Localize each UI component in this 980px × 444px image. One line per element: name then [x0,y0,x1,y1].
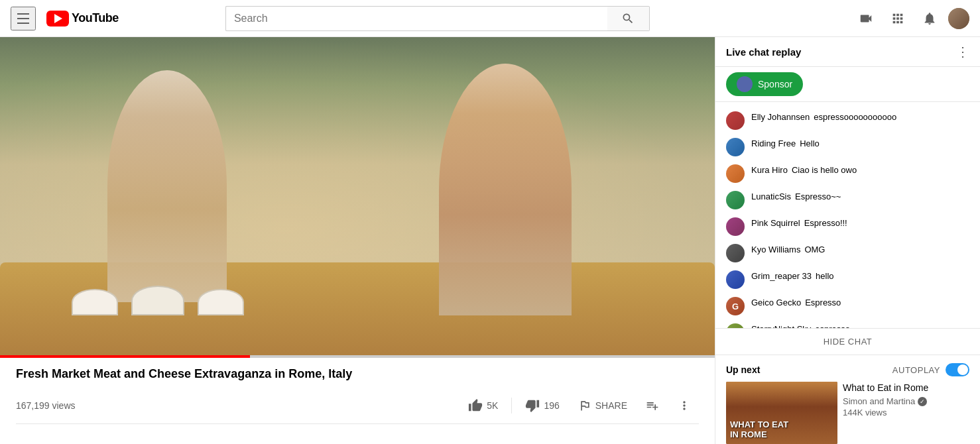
upnext-views: 144K views [843,408,969,417]
msg-content: LunaticSisEspresso~~ [751,191,969,201]
notifications-icon [922,11,937,26]
msg-text: espressooooooooooo [814,112,896,122]
like-button[interactable]: 5K [460,393,506,418]
youtube-logo[interactable]: YouTube [46,11,119,27]
msg-text: OMG [804,245,825,254]
msg-avatar [726,244,745,262]
search-button[interactable] [607,6,650,31]
msg-text: Hello [800,139,820,148]
action-buttons: 5K 196 SHARE [460,393,699,418]
msg-content: Kyo WilliamsOMG [751,244,969,254]
msg-text: Espresso!!! [804,218,847,228]
upnext-thumb-text: WHAT TO EATIN ROME [730,419,788,440]
msg-name: Kyo Williams [751,245,800,254]
chat-message: LunaticSisEspresso~~ [715,187,980,213]
more-options-button[interactable] [670,394,699,417]
upnext-video-title: What to Eat in Rome [843,382,969,394]
msg-avatar [726,270,745,289]
msg-name: Kura Hiro [751,165,788,175]
chat-title: Live chat replay [726,46,801,58]
food-items [72,262,643,315]
msg-avatar [726,138,745,156]
header-right [853,5,969,32]
sponsor-label: Sponsor [758,79,792,89]
add-to-button[interactable] [638,394,667,417]
msg-content: Kura HiroCiao is hello owo [751,164,969,175]
hamburger-menu-button[interactable] [11,7,36,30]
more-options-icon [678,399,691,412]
chat-message: StarryNight Skyespresso [715,319,980,328]
upnext-label: Up next [726,364,760,375]
hide-chat-button[interactable]: HIDE CHAT [715,328,980,355]
share-label: SHARE [595,400,627,411]
progress-bar-fill [0,355,250,358]
upnext-section: Up next AUTOPLAY WHAT TO EATIN ROME What… [715,355,980,444]
share-button[interactable]: SHARE [570,394,635,417]
view-count: 167,199 views [16,400,76,411]
action-divider [511,398,512,414]
chat-message: Kyo WilliamsOMG [715,240,980,266]
header-left: YouTube [11,7,119,30]
msg-avatar [726,217,745,236]
msg-content: Elly Johannsenespressooooooooooo [751,111,969,122]
chat-message: GGeico GeckoEspresso [715,293,980,319]
video-info: Fresh Market Meat and Cheese Extravaganz… [0,358,715,429]
bowl-3 [198,289,244,315]
msg-name: Riding Free [751,139,796,148]
upnext-header: Up next AUTOPLAY [726,363,969,376]
msg-text: Espresso [805,298,841,307]
video-section: Fresh Market Meat and Cheese Extravaganz… [0,37,715,444]
create-video-button[interactable] [853,5,879,32]
bowl-1 [72,289,118,315]
video-title: Fresh Market Meat and Cheese Extravaganz… [16,366,699,382]
chat-messages[interactable]: Elly JohannsenespressoooooooooooRiding F… [715,102,980,328]
video-meta-row: 167,199 views 5K 196 [16,388,699,424]
upnext-thumbnail: WHAT TO EATIN ROME [726,382,837,444]
upnext-video-info: What to Eat in Rome Simon and Martina ✓ … [843,382,969,444]
msg-avatar [726,164,745,183]
autoplay-toggle[interactable] [946,363,969,376]
video-thumbnail[interactable] [0,37,715,355]
search-icon [621,12,635,25]
add-to-icon [646,399,659,412]
msg-name: Geico Gecko [751,298,801,307]
chat-message: Grim_reaper 33hello [715,266,980,293]
chat-message: Kura HiroCiao is hello owo [715,160,980,187]
dislike-button[interactable]: 196 [517,393,567,418]
like-count: 5K [487,400,498,411]
apps-icon [890,11,905,26]
sponsor-button[interactable]: Sponsor [726,72,803,96]
chat-message: Pink SquirrelEspresso!!! [715,213,980,240]
msg-content: Geico GeckoEspresso [751,297,969,307]
upnext-channel: Simon and Martina ✓ [843,396,969,406]
youtube-logo-icon [46,11,69,27]
thumbs-down-icon [525,398,540,413]
chat-message: Riding FreeHello [715,134,980,160]
msg-avatar [726,111,745,130]
header: YouTube [0,0,980,37]
apps-button[interactable] [885,5,911,32]
msg-content: Pink SquirrelEspresso!!! [751,217,969,228]
chat-more-options-button[interactable]: ⋮ [956,45,969,58]
sponsor-banner: Sponsor [715,67,980,102]
share-icon [578,399,591,412]
upnext-video[interactable]: WHAT TO EATIN ROME What to Eat in Rome S… [726,382,969,444]
notifications-button[interactable] [916,5,943,32]
avatar[interactable] [948,8,969,29]
msg-text: Ciao is hello owo [792,165,857,175]
search-container [225,6,650,31]
msg-content: Grim_reaper 33hello [751,270,969,281]
msg-name: Pink Squirrel [751,218,800,228]
msg-text: hello [816,271,833,281]
msg-content: Riding FreeHello [751,138,969,148]
search-input[interactable] [225,6,607,31]
msg-content: StarryNight Skyespresso [751,323,969,328]
msg-avatar [726,323,745,328]
progress-bar-container[interactable] [0,355,715,358]
create-video-icon [859,11,873,26]
upnext-channel-name: Simon and Martina [843,396,915,406]
chat-panel: Live chat replay ⋮ Sponsor Elly Johannse… [715,37,980,444]
autoplay-label: AUTOPLAY [892,365,940,375]
autoplay-container: AUTOPLAY [892,363,969,376]
youtube-logo-text: YouTube [72,11,119,25]
